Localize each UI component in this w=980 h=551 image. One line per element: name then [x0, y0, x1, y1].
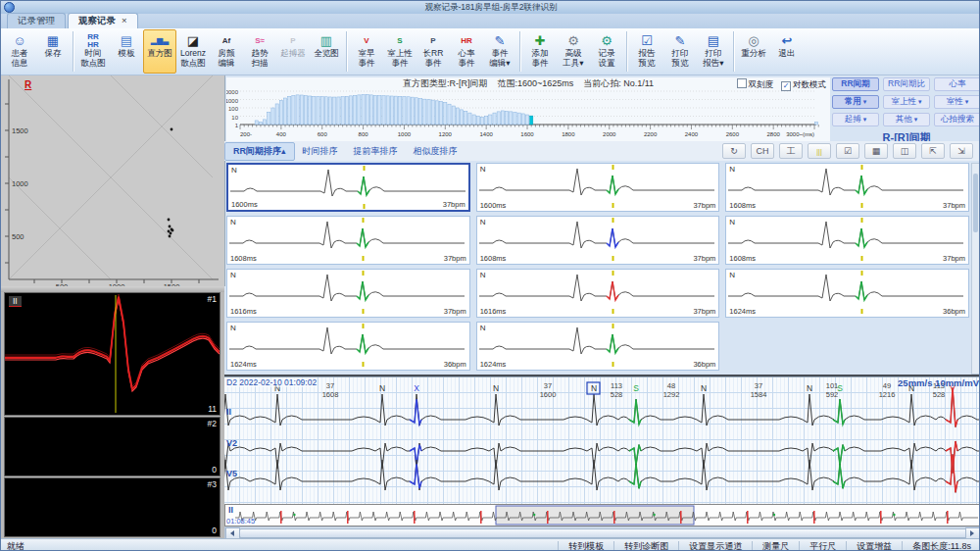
- histogram-bar[interactable]: [517, 113, 520, 125]
- beat-cell-2[interactable]: N1600ms37bpm: [476, 163, 720, 212]
- beat-cell-7[interactable]: N1616ms37bpm: [226, 269, 470, 318]
- template-button[interactable]: ▤模板: [110, 29, 143, 74]
- histogram-bar[interactable]: [452, 106, 455, 125]
- histogram-bar[interactable]: [328, 97, 331, 125]
- histogram-bar[interactable]: [514, 112, 516, 125]
- af-edit-button[interactable]: Af房颤 编辑: [210, 29, 243, 74]
- histogram-bar[interactable]: [465, 111, 467, 125]
- status-button-测量尺[interactable]: 测量尺: [752, 541, 799, 551]
- beat-cell-3[interactable]: N1608ms37bpm: [725, 163, 969, 212]
- histogram-bar[interactable]: [362, 94, 365, 125]
- refresh-icon[interactable]: ↻: [722, 143, 746, 159]
- rhythm-overview-strip[interactable]: II 01:08:45: [224, 504, 980, 526]
- save-button[interactable]: ▦保存: [36, 29, 70, 74]
- histogram-bar[interactable]: [341, 97, 344, 125]
- histogram-bar[interactable]: [431, 100, 434, 125]
- histogram-bar[interactable]: [259, 122, 262, 125]
- lorenz-plot-panel[interactable]: 1500100050050010001500 R: [1, 75, 225, 286]
- histogram-bar[interactable]: [444, 102, 447, 125]
- histogram-bar[interactable]: [271, 108, 274, 125]
- histogram-bar[interactable]: [255, 121, 258, 125]
- histogram-button[interactable]: ▂▆▃直方图: [143, 29, 176, 74]
- histogram-bar[interactable]: [510, 112, 513, 125]
- beat-cell-10[interactable]: N1624ms36bpm: [226, 322, 470, 371]
- histogram-bar-selected[interactable]: [530, 116, 533, 125]
- histogram-bar[interactable]: [435, 101, 438, 125]
- beat-cell-1[interactable]: N1600ms37bpm: [226, 163, 470, 212]
- histogram-bar[interactable]: [525, 115, 528, 125]
- shrink-icon[interactable]: ⇱: [921, 143, 945, 159]
- sort-tab-时间排序[interactable]: 时间排序: [295, 143, 346, 160]
- filter-button-常用[interactable]: 常用▾: [832, 95, 879, 109]
- histogram-bar[interactable]: [448, 104, 451, 125]
- histogram-bar[interactable]: [521, 114, 524, 125]
- lorenz-scatter-button[interactable]: ◪Lorenz 散点图: [176, 29, 210, 74]
- filter-button-室性[interactable]: 室性▾: [934, 95, 980, 109]
- status-button-平行尺[interactable]: 平行尺: [799, 541, 846, 551]
- histogram-bar[interactable]: [296, 95, 299, 125]
- record-settings-button[interactable]: ⚙记录 设置: [590, 29, 623, 74]
- histogram-bar[interactable]: [283, 98, 286, 125]
- histogram-bar[interactable]: [815, 122, 818, 125]
- rr-histogram-chart[interactable]: 100001000100101200-400600800100012001400…: [226, 89, 830, 141]
- histogram-bar[interactable]: [275, 104, 278, 125]
- histogram-bar[interactable]: [440, 101, 443, 125]
- filter-button-室上性[interactable]: 室上性▾: [883, 95, 930, 109]
- sort-tab-RR间期排序[interactable]: RR间期排序▴: [224, 142, 295, 161]
- beat-grid-scrollbar[interactable]: [971, 163, 980, 375]
- lorenz-plot[interactable]: 1500100050050010001500: [1, 75, 224, 286]
- histogram-bar[interactable]: [399, 96, 402, 125]
- pvc-event-button[interactable]: V室早 事件: [350, 29, 383, 74]
- status-button-设置显示通道[interactable]: 设置显示通道: [678, 541, 752, 551]
- status-button-转到诊断图[interactable]: 转到诊断图: [613, 541, 678, 551]
- histogram-bar[interactable]: [497, 112, 500, 125]
- histogram-bar[interactable]: [337, 97, 340, 125]
- long-rr-event-button[interactable]: P长RR 事件: [416, 29, 450, 74]
- verify-icon[interactable]: ☑: [836, 143, 859, 159]
- histogram-bar[interactable]: [476, 117, 479, 125]
- histogram-bar[interactable]: [382, 96, 385, 125]
- histogram-bar[interactable]: [386, 96, 389, 125]
- event-edit-button[interactable]: ✎事件 编辑▾: [483, 29, 516, 74]
- expand-icon[interactable]: ⇲: [950, 143, 973, 159]
- filter-button-其他[interactable]: 其他▾: [883, 113, 930, 126]
- histogram-panel[interactable]: 直方图类型:R-[R]间期 范围:1600~1625ms 当前心拍: No.1/…: [226, 77, 830, 141]
- histogram-bar[interactable]: [317, 96, 319, 125]
- sort-tab-提前率排序[interactable]: 提前率排序: [346, 143, 406, 160]
- grid-view-icon[interactable]: ▦: [864, 143, 888, 159]
- beat-label-X[interactable]: X: [414, 383, 419, 393]
- template-section-1[interactable]: II #1 11: [4, 292, 220, 416]
- time-scatter-button[interactable]: RR HR时间 散点图: [76, 29, 110, 74]
- beat-cell-9[interactable]: N1624ms36bpm: [725, 269, 969, 318]
- histogram-bar[interactable]: [374, 95, 377, 125]
- checkbox-checked-icon[interactable]: [781, 81, 791, 91]
- hr-event-button[interactable]: HR心率 事件: [450, 29, 483, 74]
- grid-label-view-icon[interactable]: ◫: [893, 143, 916, 159]
- histogram-bar[interactable]: [313, 96, 316, 125]
- histogram-bar[interactable]: [493, 113, 496, 125]
- filter-button-心拍搜索[interactable]: 心拍搜索: [934, 113, 980, 126]
- scroll-thumb[interactable]: [239, 528, 970, 538]
- strip-scrollbar[interactable]: [224, 526, 980, 538]
- rhythm-selection[interactable]: [496, 506, 694, 525]
- histogram-bar[interactable]: [423, 99, 426, 125]
- measure-icon[interactable]: 工: [779, 143, 803, 159]
- histogram-bar[interactable]: [358, 95, 361, 125]
- print-preview-button[interactable]: ✎打印 预览: [663, 29, 697, 74]
- histogram-bar[interactable]: [456, 108, 459, 125]
- tab-record-management[interactable]: 记录管理: [7, 13, 66, 28]
- beat-label-N[interactable]: N: [807, 383, 812, 393]
- histogram-bar[interactable]: [460, 110, 463, 125]
- print-report-button[interactable]: ▤打印 报告▾: [697, 29, 730, 74]
- histogram-bar[interactable]: [468, 113, 471, 125]
- filter-button-起搏[interactable]: 起搏▾: [832, 113, 879, 126]
- histogram-bar[interactable]: [345, 96, 348, 125]
- beat-label-N[interactable]: N: [591, 383, 597, 393]
- histogram-bar[interactable]: [403, 96, 406, 125]
- histogram-bar[interactable]: [419, 99, 422, 125]
- histogram-bar[interactable]: [505, 111, 508, 125]
- histogram-bar[interactable]: [366, 94, 368, 125]
- histogram-bar[interactable]: [489, 115, 492, 125]
- histogram-bar[interactable]: [324, 97, 327, 125]
- beat-label-N[interactable]: N: [493, 383, 499, 393]
